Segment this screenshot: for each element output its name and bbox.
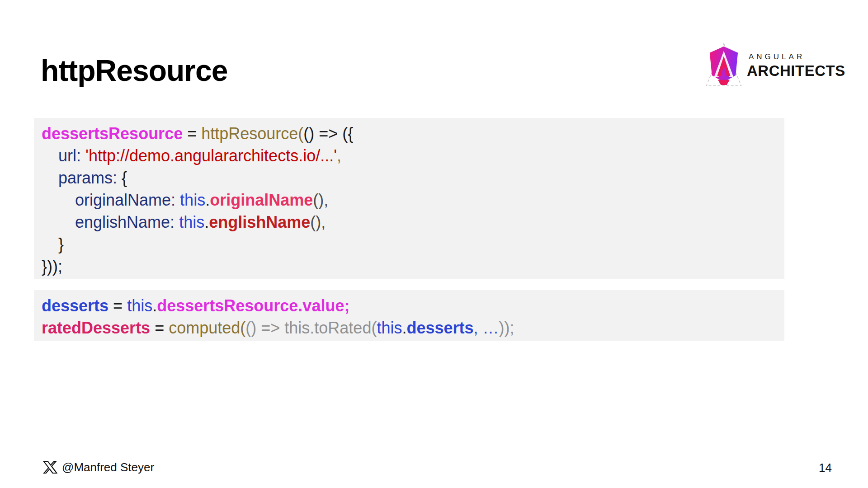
angular-architects-logo: ANGULAR ARCHITECTS: [705, 40, 854, 89]
x-twitter-icon: [43, 460, 57, 474]
code-token: =: [108, 296, 127, 315]
code-token: ratedDesserts: [42, 319, 150, 337]
code-token: dessertsResource.value;: [157, 296, 349, 315]
code-token: =: [183, 124, 201, 143]
footer-social-handle: @Manfred Steyer: [43, 460, 154, 474]
code-token: httpResource(: [201, 124, 303, 143]
code-token: this: [180, 191, 205, 209]
code-line: url: 'http://demo.angulararchitects.io/.…: [58, 145, 775, 167]
code-token: , …: [474, 319, 499, 337]
code-token: url:: [58, 146, 85, 165]
code-token: }: [58, 235, 64, 253]
page-title: httpResource: [41, 53, 227, 88]
code-token: englishName: [209, 213, 310, 231]
code-token: ));: [499, 319, 514, 337]
code-token: .: [402, 319, 406, 337]
code-line: dessertsResource = httpResource(() => ({: [42, 122, 775, 145]
page-number: 14: [819, 461, 832, 475]
code-line: }: [58, 233, 775, 255]
code-token: desserts: [406, 319, 473, 337]
code-line: desserts = this.dessertsResource.value;: [42, 295, 775, 317]
logo-text: ANGULAR ARCHITECTS: [747, 50, 845, 80]
code-token: .: [152, 296, 157, 315]
code-token: this: [179, 213, 204, 231]
logo-brand-bottom: ARCHITECTS: [747, 62, 845, 80]
code-token: ,: [337, 146, 341, 165]
code-token: desserts: [42, 296, 108, 315]
code-token: originalName: [210, 191, 313, 209]
code-token: englishName:: [75, 213, 179, 231]
code-block-deriveds: desserts = this.dessertsResource.value;r…: [34, 290, 784, 341]
code-token: }));: [42, 257, 62, 276]
code-token: {: [122, 169, 127, 187]
slide: httpResource ANGULAR ARCHITECTS: [0, 0, 868, 488]
footer-handle-text: @Manfred Steyer: [62, 460, 154, 474]
code-block-dessertsresource: dessertsResource = httpResource(() => ({…: [34, 118, 784, 279]
code-token: () => ({: [303, 124, 353, 143]
code-line: englishName: this.englishName(),: [75, 211, 775, 233]
code-token: dessertsResource: [42, 124, 183, 143]
code-line: ratedDesserts = computed(() => this.toRa…: [42, 317, 775, 339]
code-token: () => this.toRated(: [245, 319, 377, 337]
code-token: this: [127, 296, 152, 315]
code-token: this: [377, 319, 402, 337]
code-token: computed(: [169, 319, 245, 337]
code-token: originalName:: [75, 191, 180, 209]
code-line: }));: [42, 255, 775, 277]
code-token: (),: [313, 191, 328, 209]
code-token: params:: [58, 169, 122, 187]
code-token: (),: [310, 213, 326, 231]
code-token: 'http://demo.angulararchitects.io/...': [85, 146, 337, 165]
logo-brand-top: ANGULAR: [749, 52, 845, 61]
code-token: .: [204, 213, 209, 231]
angular-architects-emblem-icon: [705, 41, 742, 88]
code-token: =: [150, 319, 169, 337]
code-line: params: {: [58, 167, 775, 189]
code-token: .: [205, 191, 210, 209]
code-line: originalName: this.originalName(),: [75, 189, 775, 211]
